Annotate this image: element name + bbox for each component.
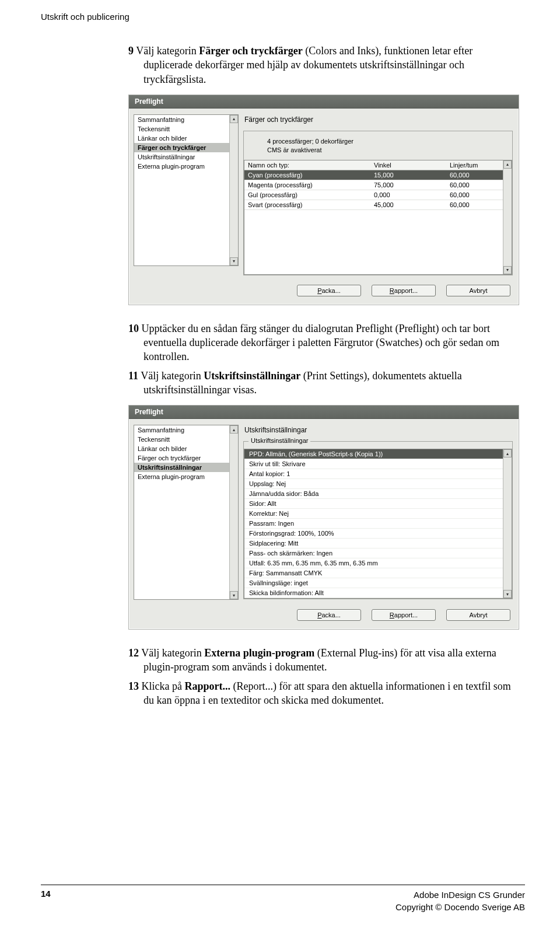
table-row[interactable]: Cyan (processfärg)15,00060,000: [244, 170, 512, 180]
packa-button[interactable]: Packa...: [297, 285, 361, 296]
sidebar-item[interactable]: Länkar och bilder: [134, 134, 238, 143]
sidebar-item[interactable]: Utskriftsinställningar: [134, 463, 238, 472]
ink-table[interactable]: Namn och typ: Vinkel Linjer/tum Cyan (pr…: [244, 160, 512, 275]
step-13: 13 Klicka på Rapport... (Report...) för …: [128, 679, 519, 708]
scroll-down-icon[interactable]: ▾: [230, 257, 238, 265]
sidebar-item[interactable]: Utskriftsinställningar: [134, 152, 238, 162]
dialog-title: Preflight: [129, 406, 519, 419]
page-footer: 14 Adobe InDesign CS Grunder Copyright ©…: [41, 885, 525, 913]
list-item[interactable]: Skicka bildinformation: Allt: [244, 588, 512, 598]
list-item[interactable]: Skriv ut till: Skrivare: [244, 459, 512, 469]
list-item[interactable]: Färg: Sammansatt CMYK: [244, 568, 512, 578]
sidebar-item[interactable]: Länkar och bilder: [134, 444, 238, 453]
sidebar-item[interactable]: Externa plugin-program: [134, 162, 238, 171]
scrollbar[interactable]: ▴ ▾: [503, 160, 512, 274]
list-item[interactable]: Sidplacering: Mitt: [244, 539, 512, 548]
group-label: Utskriftsinställningar: [249, 437, 310, 444]
table-row[interactable]: Gul (processfärg)0,00060,000: [244, 190, 512, 200]
sidebar-item[interactable]: Färger och tryckfärger: [134, 143, 238, 152]
list-item[interactable]: Utfall: 6.35 mm, 6.35 mm, 6.35 mm, 6.35 …: [244, 558, 512, 568]
list-item[interactable]: Pass- och skärmärken: Ingen: [244, 548, 512, 558]
scroll-up-icon[interactable]: ▴: [503, 449, 512, 457]
running-header: Utskrift och publicering: [41, 12, 525, 22]
sidebar-item[interactable]: Sammanfattning: [134, 115, 238, 124]
dialog-title: Preflight: [129, 95, 519, 109]
list-item[interactable]: Korrektur: Nej: [244, 509, 512, 519]
step-10: 10 Upptäcker du en sådan färg stänger du…: [128, 322, 519, 364]
list-item[interactable]: Passram: Ingen: [244, 519, 512, 529]
avbryt-button[interactable]: Avbryt: [446, 285, 510, 296]
sidebar-item[interactable]: Sammanfattning: [134, 425, 238, 435]
scrollbar[interactable]: ▴ ▾: [229, 115, 238, 265]
step-11: 11 Välj kategorin Utskriftsinställningar…: [128, 369, 519, 397]
list-item[interactable]: PPD: Allmän, (Generisk PostScript-s (Kop…: [244, 449, 512, 459]
list-item[interactable]: Svällningsläge: inget: [244, 578, 512, 588]
page-number: 14: [41, 889, 51, 913]
scroll-down-icon[interactable]: ▾: [230, 591, 238, 599]
preflight-dialog-colors: Preflight SammanfattningTeckensnittLänka…: [128, 95, 519, 305]
scroll-up-icon[interactable]: ▴: [230, 115, 238, 123]
scroll-up-icon[interactable]: ▴: [503, 160, 512, 169]
list-item[interactable]: Uppslag: Nej: [244, 479, 512, 489]
scroll-down-icon[interactable]: ▾: [503, 266, 512, 274]
table-row[interactable]: Magenta (processfärg)75,00060,000: [244, 180, 512, 190]
list-item[interactable]: Jämna/udda sidor: Båda: [244, 489, 512, 499]
sidebar-item[interactable]: Teckensnitt: [134, 124, 238, 134]
list-item[interactable]: Förstoringsgrad: 100%, 100%: [244, 529, 512, 539]
list-item[interactable]: Sidor: Allt: [244, 499, 512, 509]
rapport-button[interactable]: Rapport...: [372, 285, 436, 296]
list-item[interactable]: Antal kopior: 1: [244, 469, 512, 479]
sidebar-item[interactable]: Färger och tryckfärger: [134, 453, 238, 463]
packa-button[interactable]: Packa...: [297, 609, 361, 621]
sidebar-item[interactable]: Externa plugin-program: [134, 472, 238, 481]
sidebar-item[interactable]: Teckensnitt: [134, 435, 238, 444]
scroll-down-icon[interactable]: ▾: [503, 590, 512, 598]
table-header: Namn och typ: Vinkel Linjer/tum: [244, 160, 512, 170]
category-list[interactable]: SammanfattningTeckensnittLänkar och bild…: [134, 114, 239, 266]
footer-line2: Copyright © Docendo Sverige AB: [396, 901, 525, 913]
table-row[interactable]: Svart (processfärg)45,00060,000: [244, 200, 512, 210]
scroll-up-icon[interactable]: ▴: [230, 425, 238, 434]
panel-title: Färger och tryckfärger: [244, 116, 513, 124]
info-text: 4 processfärger; 0 dekorfärger CMS är av…: [244, 135, 512, 160]
scrollbar[interactable]: ▴ ▾: [503, 449, 512, 598]
rapport-button[interactable]: Rapport...: [372, 609, 436, 621]
settings-list[interactable]: PPD: Allmän, (Generisk PostScript-s (Kop…: [244, 449, 512, 599]
preflight-dialog-printsettings: Preflight SammanfattningTeckensnittLänka…: [128, 405, 519, 630]
panel-title: Utskriftsinställningar: [244, 426, 513, 434]
footer-line1: Adobe InDesign CS Grunder: [396, 889, 525, 901]
scrollbar[interactable]: ▴ ▾: [229, 425, 238, 599]
avbryt-button[interactable]: Avbryt: [446, 609, 510, 621]
category-list[interactable]: SammanfattningTeckensnittLänkar och bild…: [134, 425, 239, 600]
step-9: 9 Välj kategorin Färger och tryckfärger …: [128, 44, 519, 86]
step-12: 12 Välj kategorin Externa plugin-program…: [128, 646, 519, 675]
